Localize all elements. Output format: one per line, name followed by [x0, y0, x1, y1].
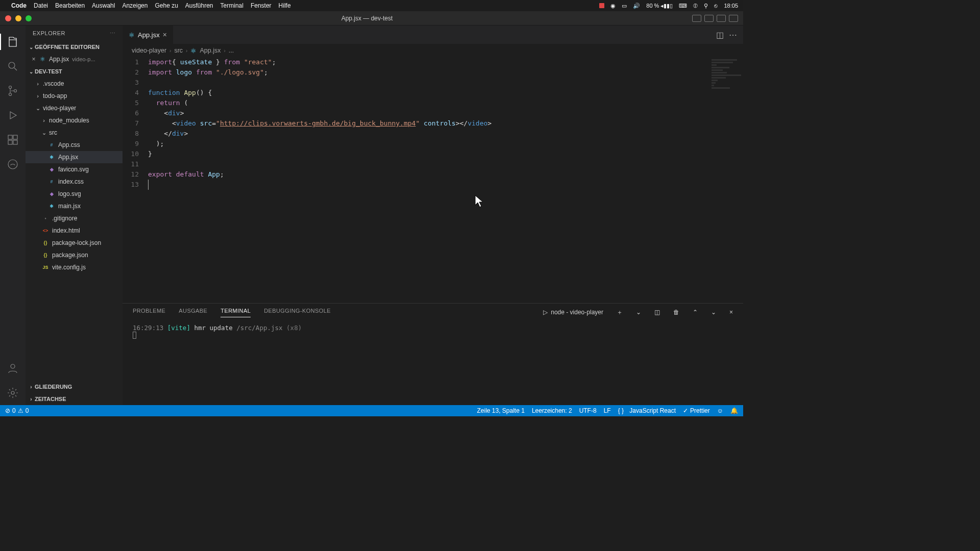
tree-folder[interactable]: ›.vscode	[26, 78, 122, 90]
open-editor-item[interactable]: × ⚛ App.jsx video-p...	[26, 53, 122, 65]
explorer-more-icon[interactable]: ⋯	[110, 30, 116, 37]
status-keyboard-icon[interactable]: ⌨	[679, 3, 687, 9]
customize-layout-icon[interactable]	[729, 15, 738, 22]
menu-datei[interactable]: Datei	[34, 2, 48, 9]
timeline-section[interactable]: › ZEITACHSE	[26, 393, 122, 405]
status-sound-icon[interactable]: 🔊	[633, 3, 640, 9]
status-circle-icon[interactable]: ◉	[610, 3, 616, 9]
tree-file[interactable]: {}package.json	[26, 249, 122, 261]
activity-explorer[interactable]	[0, 30, 26, 54]
terminal-count: (x8)	[286, 324, 302, 332]
toggle-panel-icon[interactable]	[704, 15, 714, 22]
panel-tab-ausgabe[interactable]: AUSGABE	[179, 308, 207, 317]
tree-file[interactable]: #App.css	[26, 139, 122, 151]
maximize-window-button[interactable]	[26, 15, 32, 21]
status-indent[interactable]: Leerzeichen: 2	[532, 407, 572, 414]
tree-file[interactable]: JSvite.config.js	[26, 261, 122, 273]
breadcrumb-segment[interactable]: src	[174, 47, 183, 54]
panel-down-icon[interactable]: ⌄	[711, 309, 716, 316]
toggle-sidebar-icon[interactable]	[692, 15, 701, 22]
status-encoding[interactable]: UTF-8	[579, 407, 597, 414]
tree-folder[interactable]: ›node_modules	[26, 114, 122, 127]
breadcrumb[interactable]: video-player › src › ⚛ App.jsx › ...	[122, 44, 743, 57]
status-clock[interactable]: 18:05	[724, 3, 738, 9]
terminal-output[interactable]: 16:29:13 [vite] hmr update /src/App.jsx …	[122, 321, 743, 405]
menu-terminal[interactable]: Terminal	[220, 2, 243, 9]
activity-source-control[interactable]	[0, 79, 26, 103]
split-editor-icon[interactable]: ◫	[716, 30, 724, 40]
panel-tab-probleme[interactable]: PROBLEME	[133, 308, 165, 317]
panel-tab-debugging[interactable]: DEBUGGING-KONSOLE	[264, 308, 331, 317]
svg-rect-7	[13, 140, 17, 144]
tree-file[interactable]: {}package-lock.json	[26, 237, 122, 249]
tree-file[interactable]: ⚛App.jsx	[26, 151, 122, 163]
tree-folder[interactable]: ⌄video-player	[26, 102, 122, 114]
status-battery[interactable]: 80 % ◂▮▮▯	[646, 3, 673, 9]
tree-folder[interactable]: ⌄src	[26, 127, 122, 139]
toggle-secondary-sidebar-icon[interactable]	[717, 15, 726, 22]
menu-gehezu[interactable]: Gehe zu	[155, 2, 178, 9]
status-control-center-icon[interactable]: ⎋	[714, 3, 718, 9]
status-display-icon[interactable]: ▭	[622, 3, 627, 9]
status-prettier[interactable]: ✓Prettier	[683, 407, 710, 414]
menu-ausfuehren[interactable]: Ausführen	[185, 2, 213, 9]
menu-fenster[interactable]: Fenster	[251, 2, 272, 9]
status-wifi-icon[interactable]: ⦷	[693, 3, 698, 9]
menu-anzeigen[interactable]: Anzeigen	[122, 2, 148, 9]
close-panel-icon[interactable]: ×	[729, 309, 733, 316]
menu-bearbeiten[interactable]: Bearbeiten	[55, 2, 85, 9]
close-window-button[interactable]	[5, 15, 11, 21]
tree-file[interactable]: <>index.html	[26, 224, 122, 237]
code-content[interactable]: import{ useState } from "react"; import …	[148, 57, 743, 303]
status-cursor[interactable]: Zeile 13, Spalte 1	[477, 407, 524, 414]
status-record-icon[interactable]	[599, 3, 604, 8]
status-eol[interactable]: LF	[604, 407, 611, 414]
code-editor[interactable]: 12345678910111213 import{ useState } fro…	[122, 57, 743, 303]
status-search-icon[interactable]: ⚲	[704, 3, 708, 9]
activity-settings[interactable]	[0, 381, 26, 405]
menu-hilfe[interactable]: Hilfe	[279, 2, 291, 9]
minimize-window-button[interactable]	[15, 15, 21, 21]
tree-file[interactable]: ◆favicon.svg	[26, 163, 122, 176]
close-tab-icon[interactable]: ×	[163, 31, 167, 39]
tree-file[interactable]: ◦.gitignore	[26, 212, 122, 224]
menu-auswahl[interactable]: Auswahl	[92, 2, 115, 9]
new-terminal-icon[interactable]: ＋	[617, 308, 623, 317]
panel-tab-terminal[interactable]: TERMINAL	[220, 308, 251, 317]
svg-point-1	[9, 86, 12, 89]
panel-up-icon[interactable]: ⌃	[693, 309, 698, 316]
explorer-sidebar: EXPLORER ⋯ ⌄ GEÖFFNETE EDITOREN × ⚛ App.…	[26, 26, 122, 405]
more-actions-icon[interactable]: ⋯	[729, 30, 737, 40]
breadcrumb-segment[interactable]: ...	[229, 47, 234, 54]
breadcrumb-segment[interactable]: video-player	[132, 47, 166, 54]
tree-file[interactable]: ◆logo.svg	[26, 188, 122, 200]
minimap[interactable]	[712, 59, 742, 90]
svg-rect-4	[8, 135, 12, 139]
activity-extensions[interactable]	[0, 128, 26, 152]
tree-file[interactable]: ⚛main.jsx	[26, 200, 122, 212]
open-editors-section[interactable]: ⌄ GEÖFFNETE EDITOREN	[26, 41, 122, 53]
kill-terminal-icon[interactable]: 🗑	[673, 309, 679, 316]
status-bell-icon[interactable]: 🔔	[730, 407, 738, 414]
activity-accounts[interactable]	[0, 356, 26, 381]
tree-file[interactable]: #index.css	[26, 176, 122, 188]
activity-liveshare[interactable]	[0, 152, 26, 177]
close-editor-icon[interactable]: ×	[30, 56, 38, 63]
tree-folder[interactable]: ›todo-app	[26, 90, 122, 102]
activity-run-debug[interactable]	[0, 103, 26, 128]
react-file-icon: ⚛	[38, 56, 47, 63]
status-errors[interactable]: ⊘0 ⚠0	[5, 407, 29, 414]
tree-label: App.jsx	[58, 154, 78, 161]
breadcrumb-segment[interactable]: App.jsx	[200, 47, 220, 54]
terminal-dropdown-icon[interactable]: ⌄	[636, 309, 641, 316]
status-feedback-icon[interactable]: ☺	[717, 407, 723, 414]
line-number: 6	[122, 108, 139, 118]
activity-search[interactable]	[0, 54, 26, 79]
workspace-section[interactable]: ⌄ DEV-TEST	[26, 65, 122, 78]
terminal-selector[interactable]: ▷ node - video-player	[543, 309, 603, 316]
editor-tab[interactable]: ⚛ App.jsx ×	[122, 26, 174, 44]
menubar-app[interactable]: Code	[11, 2, 27, 9]
outline-section[interactable]: › GLIEDERUNG	[26, 381, 122, 393]
split-terminal-icon[interactable]: ◫	[654, 309, 660, 316]
status-language[interactable]: { } JavaScript React	[618, 407, 676, 414]
